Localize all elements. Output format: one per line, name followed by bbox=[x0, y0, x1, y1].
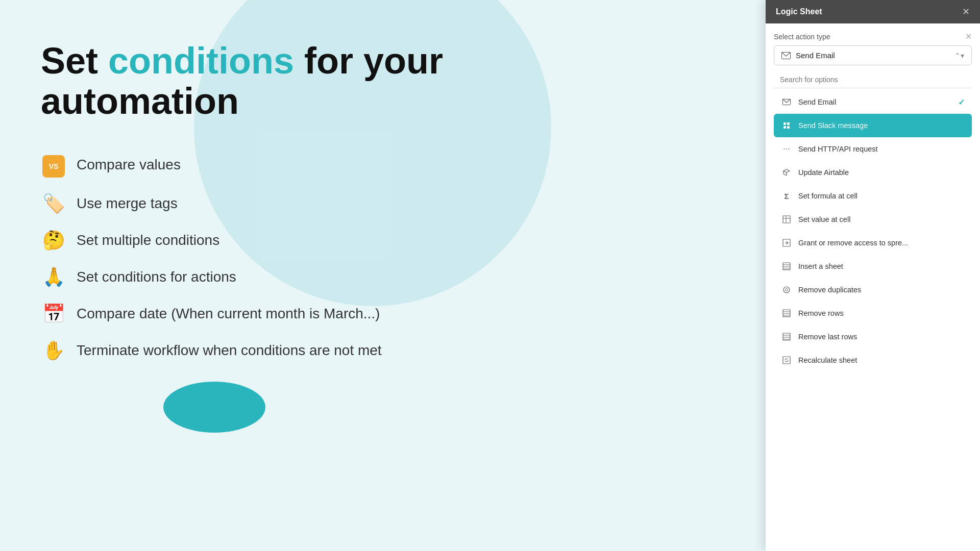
feature-text-terminate: Terminate workflow when conditions are n… bbox=[77, 342, 382, 359]
airtable-icon bbox=[781, 167, 792, 178]
option-update-airtable-label: Update Airtable bbox=[798, 168, 849, 177]
feature-item-multiple-conditions: 🤔 Set multiple conditions bbox=[41, 230, 470, 251]
panel-body: Select action type ✕ Send Email ⌃▾ bbox=[766, 23, 980, 551]
merge-tags-icon: 🏷️ bbox=[41, 193, 66, 214]
feature-list: VS Compare values 🏷️ Use merge tags 🤔 Se… bbox=[41, 152, 470, 361]
chevron-down-icon: ⌃▾ bbox=[954, 52, 964, 60]
feature-item-merge-tags: 🏷️ Use merge tags bbox=[41, 193, 470, 214]
feature-text-conditions-actions: Set conditions for actions bbox=[77, 269, 236, 285]
headline-highlight: conditions bbox=[108, 40, 294, 81]
feature-text-multiple-conditions: Set multiple conditions bbox=[77, 232, 219, 248]
option-send-slack-label: Send Slack message bbox=[798, 121, 868, 130]
svg-rect-6 bbox=[783, 216, 790, 223]
option-remove-duplicates[interactable]: Remove duplicates bbox=[774, 278, 972, 302]
access-icon bbox=[781, 237, 792, 248]
slack-icon bbox=[781, 120, 792, 131]
lastrows-icon bbox=[781, 331, 792, 342]
option-insert-sheet[interactable]: Insert a sheet bbox=[774, 255, 972, 278]
headline: Set conditions for your automation bbox=[41, 41, 470, 121]
search-wrapper bbox=[774, 71, 972, 88]
panel-close-button[interactable]: ✕ bbox=[962, 7, 970, 16]
decorative-ellipse bbox=[163, 382, 265, 433]
feature-item-compare-values: VS Compare values bbox=[41, 152, 470, 178]
option-grant-remove[interactable]: Grant or remove access to spre... bbox=[774, 231, 972, 255]
multiple-conditions-icon: 🤔 bbox=[41, 230, 66, 251]
dup-icon bbox=[781, 284, 792, 295]
http-icon: ··· bbox=[781, 143, 792, 155]
option-send-email-label: Send Email bbox=[798, 98, 836, 106]
feature-text-compare-date: Compare date (When current month is Marc… bbox=[77, 306, 380, 322]
compare-values-icon: VS bbox=[41, 152, 66, 178]
recalc-icon bbox=[781, 355, 792, 366]
headline-text-1: Set bbox=[41, 40, 108, 81]
option-send-http-label: Send HTTP/API request bbox=[798, 145, 878, 153]
option-update-airtable[interactable]: Update Airtable bbox=[774, 161, 972, 184]
svg-rect-3 bbox=[787, 122, 790, 125]
option-send-http[interactable]: ··· Send HTTP/API request bbox=[774, 137, 972, 161]
option-set-formula-label: Set formula at cell bbox=[798, 192, 857, 200]
cell-icon bbox=[781, 214, 792, 225]
option-send-email[interactable]: Send Email ✓ bbox=[774, 90, 972, 114]
section-label-text: Select action type bbox=[774, 33, 830, 41]
selected-action-label: Send Email bbox=[796, 51, 835, 60]
option-remove-duplicates-label: Remove duplicates bbox=[798, 286, 861, 294]
logic-sheet-panel: Logic Sheet ✕ Select action type ✕ Send … bbox=[766, 0, 980, 551]
sheet-icon bbox=[781, 261, 792, 272]
svg-rect-4 bbox=[783, 126, 786, 129]
option-set-value-label: Set value at cell bbox=[798, 215, 850, 223]
options-list: Send Email ✓ Send Slack message ··· bbox=[774, 90, 972, 543]
search-input[interactable] bbox=[774, 71, 972, 88]
terminate-icon: ✋ bbox=[41, 340, 66, 361]
option-remove-last-rows[interactable]: Remove last rows bbox=[774, 325, 972, 348]
svg-point-14 bbox=[783, 287, 790, 293]
compare-date-icon: 📅 bbox=[41, 303, 66, 324]
option-set-value[interactable]: Set value at cell bbox=[774, 208, 972, 231]
feature-item-conditions-actions: 🙏 Set conditions for actions bbox=[41, 266, 470, 288]
mail-icon-selected bbox=[781, 52, 791, 59]
option-send-slack[interactable]: Send Slack message bbox=[774, 114, 972, 137]
action-type-dropdown[interactable]: Send Email ⌃▾ bbox=[774, 45, 972, 65]
svg-rect-2 bbox=[783, 122, 786, 125]
option-grant-remove-label: Grant or remove access to spre... bbox=[798, 239, 908, 247]
option-recalculate-label: Recalculate sheet bbox=[798, 356, 857, 364]
feature-item-compare-date: 📅 Compare date (When current month is Ma… bbox=[41, 303, 470, 324]
feature-item-terminate: ✋ Terminate workflow when conditions are… bbox=[41, 340, 470, 361]
main-content: Set conditions for your automation VS Co… bbox=[0, 0, 510, 402]
option-recalculate[interactable]: Recalculate sheet bbox=[774, 348, 972, 372]
option-insert-sheet-label: Insert a sheet bbox=[798, 262, 843, 270]
feature-text-merge-tags: Use merge tags bbox=[77, 195, 178, 212]
formula-icon: Σ bbox=[781, 190, 792, 202]
section-label-row: Select action type ✕ bbox=[774, 32, 972, 41]
svg-rect-5 bbox=[787, 126, 790, 129]
option-remove-rows-label: Remove rows bbox=[798, 309, 844, 317]
feature-text-compare-values: Compare values bbox=[77, 157, 181, 173]
checkmark-icon: ✓ bbox=[958, 97, 965, 107]
option-remove-rows[interactable]: Remove rows bbox=[774, 302, 972, 325]
mail-icon bbox=[781, 96, 792, 108]
rows-icon bbox=[781, 308, 792, 319]
conditions-actions-icon: 🙏 bbox=[41, 266, 66, 288]
panel-title: Logic Sheet bbox=[776, 7, 822, 16]
option-set-formula[interactable]: Σ Set formula at cell bbox=[774, 184, 972, 208]
section-close-button[interactable]: ✕ bbox=[965, 32, 972, 41]
option-remove-last-rows-label: Remove last rows bbox=[798, 333, 857, 341]
panel-header: Logic Sheet ✕ bbox=[766, 0, 980, 23]
svg-rect-23 bbox=[783, 357, 790, 364]
